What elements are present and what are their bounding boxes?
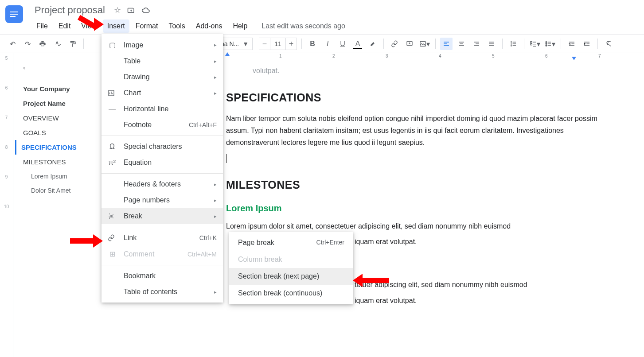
outline-item[interactable]: Your Company xyxy=(21,81,97,96)
svg-point-5 xyxy=(546,43,547,45)
menu-special-characters[interactable]: ΩSpecial characters xyxy=(101,139,223,155)
body-text: iquam erat volutpat. xyxy=(355,238,417,245)
submenu-page-break[interactable]: Page breakCtrl+Enter xyxy=(229,234,353,251)
menu-format[interactable]: Format xyxy=(131,19,163,33)
submenu-section-break-next[interactable]: Section break (next page) xyxy=(229,268,353,285)
hr-icon: — xyxy=(108,105,117,113)
menu-equation[interactable]: π²Equation xyxy=(101,155,223,171)
star-icon[interactable]: ☆ xyxy=(114,5,121,15)
outline-item-selected[interactable]: SPECIFICATIONS xyxy=(15,140,97,155)
text-cursor xyxy=(226,154,226,163)
link-icon xyxy=(108,234,117,241)
indent-decrease-icon[interactable] xyxy=(566,38,578,50)
highlight-icon[interactable] xyxy=(367,38,379,50)
menu-bookmark[interactable]: Bookmark xyxy=(101,268,223,284)
size-plus-button[interactable]: + xyxy=(286,39,297,49)
outline-subitem[interactable]: Lorem Ipsum xyxy=(21,169,97,183)
ruler-tick: 4 xyxy=(439,54,441,58)
align-left-icon[interactable] xyxy=(440,38,453,50)
insert-menu-dropdown: ▢Image▸ Table▸ Drawing▸ Chart▸ —Horizont… xyxy=(101,34,223,303)
align-justify-icon[interactable] xyxy=(485,38,498,50)
outline-item[interactable]: Project Name xyxy=(21,96,97,111)
omega-icon: Ω xyxy=(108,143,117,151)
align-center-icon[interactable] xyxy=(455,38,468,50)
body-text: Nam liber tempor cum soluta nobis eleife… xyxy=(226,113,600,149)
toolbar: ↶ ↷ na N...▼ − 11 + B I U A ▾ ▾ ▾ xyxy=(0,35,644,53)
pi-icon: π² xyxy=(108,159,117,167)
submenu-arrow-icon: ▸ xyxy=(214,213,217,219)
menu-insert[interactable]: Insert xyxy=(103,19,129,33)
outline-collapse-icon[interactable]: ← xyxy=(21,62,97,74)
svg-point-6 xyxy=(546,45,547,47)
menu-drawing[interactable]: Drawing▸ xyxy=(101,69,223,85)
outline-item[interactable]: OVERVIEW xyxy=(21,111,97,125)
body-text: volutpat. xyxy=(226,65,600,77)
menu-addons[interactable]: Add-ons xyxy=(191,19,227,33)
clear-format-icon[interactable] xyxy=(602,38,615,50)
ruler-tick: 3 xyxy=(386,54,388,58)
align-right-icon[interactable] xyxy=(470,38,483,50)
menu-comment: ⊞CommentCtrl+Alt+M xyxy=(101,246,223,262)
comment-icon: ⊞ xyxy=(108,250,117,258)
menu-table[interactable]: Table▸ xyxy=(101,53,223,69)
italic-icon[interactable]: I xyxy=(321,38,334,50)
outline-subitem[interactable]: Dolor Sit Amet xyxy=(21,183,97,198)
menu-footnote[interactable]: FootnoteCtrl+Alt+F xyxy=(101,117,223,133)
checklist-icon[interactable]: ▾ xyxy=(529,38,541,50)
outline-item[interactable]: MILESTONES xyxy=(21,155,97,169)
submenu-section-break-continuous[interactable]: Section break (continuous) xyxy=(229,285,353,302)
comment-icon[interactable] xyxy=(403,38,416,50)
submenu-arrow-icon: ▸ xyxy=(214,42,217,48)
line-spacing-icon[interactable] xyxy=(507,38,519,50)
submenu-arrow-icon: ▸ xyxy=(214,90,217,96)
font-size-value[interactable]: 11 xyxy=(270,38,286,50)
menu-link[interactable]: LinkCtrl+K xyxy=(101,230,223,246)
menu-image[interactable]: ▢Image▸ xyxy=(101,37,223,53)
menu-horizontal-line[interactable]: —Horizontal line xyxy=(101,101,223,117)
bold-icon[interactable]: B xyxy=(306,38,319,50)
text-color-icon[interactable]: A xyxy=(351,38,364,50)
document-outline: ← Your Company Project Name OVERVIEW GOA… xyxy=(13,53,102,357)
menu-toc[interactable]: Table of contents▸ xyxy=(101,284,223,300)
indent-increase-icon[interactable] xyxy=(581,38,593,50)
menu-help[interactable]: Help xyxy=(228,19,252,33)
chart-icon xyxy=(108,89,117,97)
heading-milestones: MILESTONES xyxy=(226,175,600,194)
menu-file[interactable]: File xyxy=(32,19,52,33)
paint-format-icon[interactable] xyxy=(66,38,79,50)
move-icon[interactable] xyxy=(127,6,135,14)
last-edit-link[interactable]: Last edit was seconds ago xyxy=(262,19,345,33)
submenu-arrow-icon: ▸ xyxy=(214,58,217,64)
menu-chart[interactable]: Chart▸ xyxy=(101,85,223,101)
indent-marker-icon[interactable] xyxy=(225,52,230,56)
docs-logo[interactable] xyxy=(5,5,23,23)
image-icon: ▢ xyxy=(108,41,117,49)
font-size-control[interactable]: − 11 + xyxy=(259,38,297,50)
svg-rect-3 xyxy=(531,43,532,45)
print-icon[interactable] xyxy=(36,38,49,50)
doc-title[interactable]: Project proposal xyxy=(32,4,108,17)
heading-specifications: SPECIFICATIONS xyxy=(226,88,600,107)
underline-icon[interactable]: U xyxy=(336,38,349,50)
undo-icon[interactable]: ↶ xyxy=(6,38,19,50)
redo-icon[interactable]: ↷ xyxy=(21,38,34,50)
spellcheck-icon[interactable] xyxy=(51,38,64,50)
link-icon[interactable] xyxy=(388,38,401,50)
submenu-arrow-icon: ▸ xyxy=(214,289,217,295)
menu-edit[interactable]: Edit xyxy=(54,19,75,33)
outline-item[interactable]: GOALS xyxy=(21,125,97,140)
subheading: Lorem Ipsum xyxy=(226,201,600,216)
submenu-arrow-icon: ▸ xyxy=(214,182,217,187)
size-minus-button[interactable]: − xyxy=(259,39,270,49)
cloud-icon[interactable] xyxy=(141,7,150,14)
menu-page-numbers[interactable]: Page numbers▸ xyxy=(101,192,223,208)
submenu-column-break: Column break xyxy=(229,251,353,268)
ruler-tick: 2 xyxy=(332,54,335,58)
image-icon[interactable]: ▾ xyxy=(418,38,431,50)
submenu-arrow-icon: ▸ xyxy=(214,74,217,80)
bulleted-list-icon[interactable]: ▾ xyxy=(544,38,556,50)
menu-headers-footers[interactable]: Headers & footers▸ xyxy=(101,176,223,192)
menu-break[interactable]: Break▸ xyxy=(101,208,223,224)
menu-tools[interactable]: Tools xyxy=(164,19,189,33)
right-indent-marker-icon[interactable] xyxy=(572,57,576,60)
